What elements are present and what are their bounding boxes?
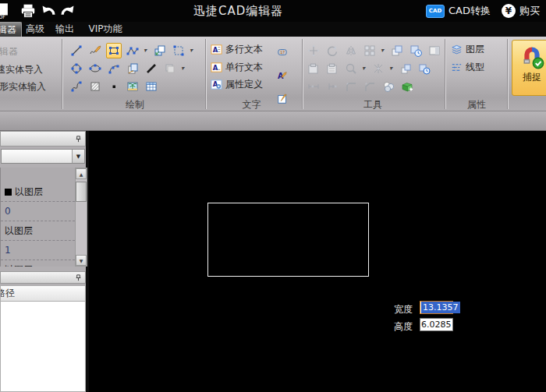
svg-text:PDF: PDF	[0, 14, 5, 19]
array-button[interactable]	[362, 43, 378, 58]
measure-button[interactable]	[306, 79, 321, 94]
tab-vip[interactable]: VIP功能	[81, 22, 129, 37]
layer-list-item[interactable]: 以图层	[1, 182, 75, 202]
boundary-button[interactable]	[171, 43, 186, 58]
rotate-button[interactable]	[324, 43, 340, 58]
sketch-button[interactable]	[87, 43, 103, 58]
drawing-canvas[interactable]: 宽度 13.1357 高度 6.0285	[89, 131, 546, 392]
left-menu-editor[interactable]: 编辑器	[0, 45, 58, 58]
layers-button[interactable]: 图层	[451, 43, 484, 56]
buy-button[interactable]: ¥ 购买	[498, 0, 543, 22]
move-icon	[307, 44, 320, 57]
stext-button[interactable]: A 单行文本	[211, 61, 263, 74]
point-button[interactable]	[106, 79, 122, 94]
snap-button[interactable]: 捕捉	[512, 40, 546, 96]
app-window: PDF 迅捷CAD编辑器 CAD CAD转换 ¥ 购买 编辑器 高级 输出 VI…	[0, 0, 546, 392]
rect-button[interactable]	[106, 43, 122, 58]
mtext-button[interactable]: A 多行文本	[211, 43, 263, 56]
pin-icon[interactable]	[74, 135, 83, 143]
layer-list-item[interactable]: 0	[1, 202, 75, 221]
t-num-button[interactable]: 1?	[275, 44, 290, 60]
explode-button[interactable]	[370, 61, 386, 76]
mirror-button[interactable]	[343, 43, 359, 58]
line-button[interactable]	[69, 43, 84, 58]
paste2-button[interactable]	[324, 61, 340, 76]
cad-convert-button[interactable]: CAD CAD转换	[423, 0, 494, 22]
undo-icon[interactable]	[40, 2, 57, 19]
thick-line-button[interactable]	[144, 61, 159, 76]
height-input[interactable]: 6.0285	[420, 318, 453, 331]
arc-button[interactable]	[106, 61, 122, 76]
layer-select[interactable]: ▼	[1, 149, 85, 164]
t-style-button[interactable]: A	[275, 68, 290, 83]
properties-panel-header	[0, 131, 86, 147]
tab-editor[interactable]: 编辑器	[0, 22, 22, 37]
tab-output[interactable]: 输出	[51, 22, 78, 37]
linetype-button[interactable]: 线型	[451, 61, 484, 74]
pdf-export-icon[interactable]: PDF	[0, 2, 11, 19]
chevron-down-icon[interactable]: ▾	[389, 65, 395, 72]
rect-icon	[108, 44, 120, 57]
attrdef-icon: A	[211, 79, 222, 90]
props-group-label: 属性	[451, 98, 502, 110]
table-button[interactable]	[144, 79, 159, 94]
cad-convert-icon: CAD	[426, 5, 445, 18]
left-menu-graphic-entity-input[interactable]: 图形实体输入	[0, 80, 58, 93]
image-button[interactable]	[125, 79, 140, 94]
scrollbar-thumb[interactable]	[76, 182, 87, 202]
svg-text:A: A	[213, 46, 218, 54]
spline-button[interactable]	[69, 79, 84, 94]
chevron-down-icon[interactable]: ▼	[72, 150, 84, 163]
arc-icon	[108, 62, 120, 75]
layer-list-label: 以图层	[5, 224, 33, 238]
layer-list-label: 1	[5, 245, 11, 256]
zoom-button[interactable]	[343, 61, 359, 76]
ellipse-button[interactable]	[87, 61, 103, 76]
chamfer-button[interactable]	[362, 79, 378, 94]
drawn-rectangle[interactable]	[207, 203, 369, 277]
circle-button[interactable]	[69, 61, 84, 76]
ref-edit2-button[interactable]	[417, 61, 432, 76]
block-import-button[interactable]	[152, 43, 168, 58]
layer-list-item[interactable]: 以图层	[1, 221, 75, 241]
chevron-down-icon[interactable]: ▾	[144, 47, 149, 54]
panel-button[interactable]	[427, 43, 442, 58]
ref-edit-button[interactable]	[408, 43, 424, 58]
region-button[interactable]	[162, 61, 178, 76]
chevron-down-icon[interactable]: ▾	[181, 65, 186, 72]
redo-icon[interactable]	[59, 2, 76, 19]
hatch-button[interactable]	[87, 79, 103, 94]
layer-list-item[interactable]: 以图层	[1, 260, 75, 267]
chevron-down-icon[interactable]: ▾	[381, 47, 386, 54]
pin-icon[interactable]	[74, 274, 83, 282]
layer-select-value	[2, 150, 72, 163]
tab-advanced[interactable]: 高级	[22, 22, 48, 37]
save-block-button[interactable]	[399, 79, 415, 94]
chevron-down-icon[interactable]: ▾	[362, 65, 367, 72]
measure2-button[interactable]	[324, 79, 340, 94]
copy-entity-button[interactable]	[125, 61, 140, 76]
move-button[interactable]	[306, 43, 321, 58]
layer-list-item[interactable]: 1	[1, 241, 75, 260]
fillet-button[interactable]	[343, 79, 359, 94]
scroll-down-icon[interactable]: ▼	[76, 255, 87, 266]
paste-button[interactable]	[306, 61, 321, 76]
layer-list-scrollbar[interactable]: ▲ ▼	[75, 168, 87, 267]
rotate-icon	[326, 44, 339, 57]
chevron-down-icon[interactable]: ▾	[190, 47, 195, 54]
group-button[interactable]	[381, 79, 396, 94]
copy-nested-button[interactable]	[398, 61, 413, 76]
panel-icon	[428, 44, 441, 57]
ref-edit-icon	[410, 44, 422, 57]
polyline-button[interactable]	[125, 43, 140, 58]
width-input[interactable]: 13.1357	[420, 301, 453, 314]
scroll-up-icon[interactable]: ▲	[76, 168, 87, 179]
left-menu-quick-entity-import[interactable]: 快速实体导入	[0, 63, 58, 76]
attrdef-button[interactable]: A 属性定义	[211, 78, 263, 91]
copy-group-button[interactable]	[389, 43, 405, 58]
path-panel-body	[0, 302, 86, 392]
boundary-icon	[172, 44, 185, 57]
print-icon[interactable]	[20, 2, 37, 19]
path-column-header[interactable]: 路径	[0, 285, 86, 302]
table-icon	[145, 80, 158, 93]
